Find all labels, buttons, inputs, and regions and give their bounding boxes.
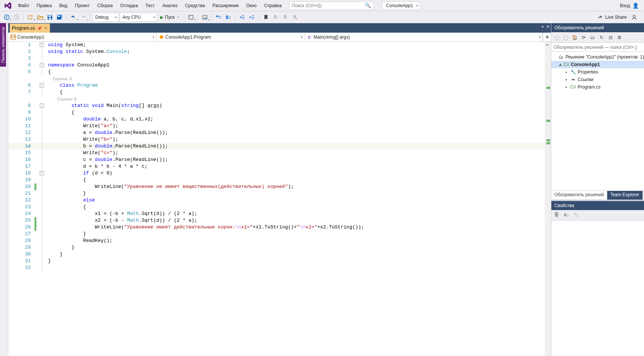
refresh-icon[interactable]: ↻ [598, 34, 605, 41]
menu-проект[interactable]: Проект [71, 2, 94, 10]
sign-in-button[interactable]: Вход 👤 [620, 3, 639, 9]
code-line[interactable]: 9 { [8, 109, 545, 116]
solution-search-input[interactable] [554, 45, 642, 50]
code-line[interactable]: 20 WriteLine("Уравнение не имеет веществ… [8, 183, 545, 190]
step-into-button[interactable] [214, 13, 223, 22]
code-line[interactable]: 24 x1 = (-b + Math.Sqrt(d)) / (2 * a); [8, 210, 545, 217]
menu-анализ[interactable]: Анализ [159, 2, 182, 10]
toolbox-tab[interactable]: Панель элементов [0, 23, 6, 67]
code-line[interactable]: 23 { [8, 204, 545, 210]
code-line[interactable]: 14✎ b = double.Parse(ReadLine()); [8, 143, 545, 150]
platform-combo[interactable]: Any CPU [120, 13, 157, 22]
menu-вид[interactable]: Вид [56, 2, 71, 10]
code-line[interactable]: 2using static System.Console; [8, 48, 545, 55]
code-line[interactable]: 3 [8, 55, 545, 62]
open-file-button[interactable]: ▾ [36, 13, 45, 22]
code-line[interactable]: 32 [8, 264, 545, 271]
forward-icon[interactable]: ◯ [562, 34, 569, 41]
code-line[interactable]: 28 ReadKey(); [8, 237, 545, 244]
startup-project-selector[interactable]: ConsoleApp1 [382, 2, 420, 10]
team-explorer-tab[interactable]: Team Explorer [607, 191, 642, 200]
solution-node[interactable]: 🗂Решение "ConsoleApp1" (проектов: 1) [551, 53, 644, 61]
menu-средства[interactable]: Средства [181, 2, 209, 10]
redo-button[interactable]: ▾ [79, 13, 88, 22]
feedback-button[interactable] [630, 13, 639, 22]
menu-правка[interactable]: Правка [33, 2, 56, 10]
nav-forward-button[interactable] [12, 13, 21, 22]
menu-справка[interactable]: Справка [260, 2, 285, 10]
code-line[interactable]: 7 { [8, 89, 545, 96]
pin-icon[interactable]: 📌 [37, 26, 42, 30]
code-line[interactable]: 27 } [8, 231, 545, 237]
code-line[interactable]: 16 c = double.Parse(ReadLine()); [8, 156, 545, 163]
code-line[interactable]: 31} [8, 258, 545, 264]
prop-wrench-icon[interactable]: 🔧 [572, 211, 580, 219]
menu-файл[interactable]: Файл [14, 2, 33, 10]
indent-more-button[interactable] [248, 13, 257, 22]
preview-settings-icon[interactable]: ✲ [546, 24, 549, 29]
code-editor[interactable]: 1−using System;2using static System.Cons… [8, 42, 545, 356]
nav-back-button[interactable]: ▾ [2, 13, 11, 22]
collapse-icon[interactable]: ⊟ [607, 34, 614, 41]
back-icon[interactable]: ◯ [553, 34, 560, 41]
program-cs-node[interactable]: ▸C#Program.cs [551, 83, 644, 91]
solution-explorer-search[interactable] [551, 43, 644, 52]
start-debug-button[interactable]: ▶ Пуск ▾ [158, 13, 182, 22]
code-line[interactable]: 6− class Program [8, 82, 545, 89]
code-line[interactable]: 26 WriteLine("Уравнение имеет действител… [8, 224, 545, 231]
code-line[interactable]: 17 d = b * b - 4 * a * c; [8, 163, 545, 170]
active-files-dropdown[interactable]: ▾ [542, 24, 544, 29]
categorized-icon[interactable]: 🗄 [553, 211, 560, 219]
properties-grid[interactable] [551, 221, 644, 356]
menu-отладка[interactable]: Отладка [116, 2, 141, 10]
nav-project-combo[interactable]: C#ConsoleApp1 [8, 33, 156, 41]
image-preview-button[interactable]: ▾ [200, 13, 209, 22]
bookmark-button[interactable] [261, 13, 270, 22]
solution-tree[interactable]: 🗂Решение "ConsoleApp1" (проектов: 1) ◢C#… [551, 52, 644, 191]
code-line[interactable]: 29 } [8, 244, 545, 251]
fold-toggle[interactable]: − [40, 43, 44, 47]
code-line[interactable]: 12 a = double.Parse(ReadLine()); [8, 129, 545, 136]
browser-link-button[interactable]: ▾ [186, 13, 195, 22]
live-share-button[interactable]: Live Share [597, 14, 627, 20]
quick-search-input[interactable] [292, 3, 365, 8]
code-line[interactable]: 21 } [8, 190, 545, 197]
home-icon[interactable]: 🏠 [571, 34, 578, 41]
code-line[interactable]: 11 Write("a="); [8, 123, 545, 129]
code-line[interactable]: 18− if (d < 0) [8, 170, 545, 177]
code-line[interactable]: 30 } [8, 251, 545, 258]
document-tab-program[interactable]: Program.cs 📌 ✕ [10, 24, 50, 33]
code-line[interactable]: 1−using System; [8, 42, 545, 48]
show-all-icon[interactable]: 🗂 [589, 34, 596, 41]
code-line[interactable]: 8− static void Main(string[] args) [8, 102, 545, 109]
quick-search[interactable]: 🔍 [289, 2, 374, 10]
sync-icon[interactable]: ⟳ [580, 34, 587, 41]
fold-toggle[interactable]: − [40, 83, 44, 87]
menu-окно[interactable]: Окно [242, 2, 260, 10]
code-line[interactable]: 15 Write("c="); [8, 150, 545, 156]
menu-тест[interactable]: Тест [142, 2, 159, 10]
fold-toggle[interactable]: − [40, 104, 44, 108]
code-line[interactable]: 22 else [8, 197, 545, 204]
new-project-button[interactable]: ▾ [26, 13, 35, 22]
codelens-row[interactable]: Ссылок: 0 [8, 75, 545, 82]
code-line[interactable]: 13 Write("b="); [8, 136, 545, 143]
code-line[interactable]: 19 { [8, 177, 545, 183]
nav-member-combo[interactable]: ◧Main(string[] args) [305, 33, 543, 41]
step-over-button[interactable] [224, 13, 233, 22]
alphabetical-icon[interactable]: A↓ [563, 211, 570, 219]
indent-less-button[interactable] [238, 13, 247, 22]
undo-button[interactable]: ▾ [69, 13, 78, 22]
project-node[interactable]: ◢C#ConsoleApp1 [551, 61, 644, 68]
overview-ruler[interactable]: ▴ [545, 42, 551, 356]
properties-node[interactable]: ▸🔧Properties [551, 68, 644, 76]
code-line[interactable]: 4−namespace ConsoleApp1 [8, 62, 545, 69]
split-editor-button[interactable]: ✚ [543, 33, 551, 41]
code-line[interactable]: 10 double a, b, c, d,x1,x2; [8, 116, 545, 123]
next-bookmark-button[interactable] [281, 13, 290, 22]
close-icon[interactable]: ✕ [44, 26, 48, 31]
menu-сборка[interactable]: Сборка [93, 2, 116, 10]
code-line[interactable]: 25 x2 = (-b - Math.Sqrt(d)) / (2 * a); [8, 217, 545, 224]
fold-toggle[interactable]: − [40, 171, 44, 175]
code-line[interactable]: 5{ [8, 69, 545, 75]
